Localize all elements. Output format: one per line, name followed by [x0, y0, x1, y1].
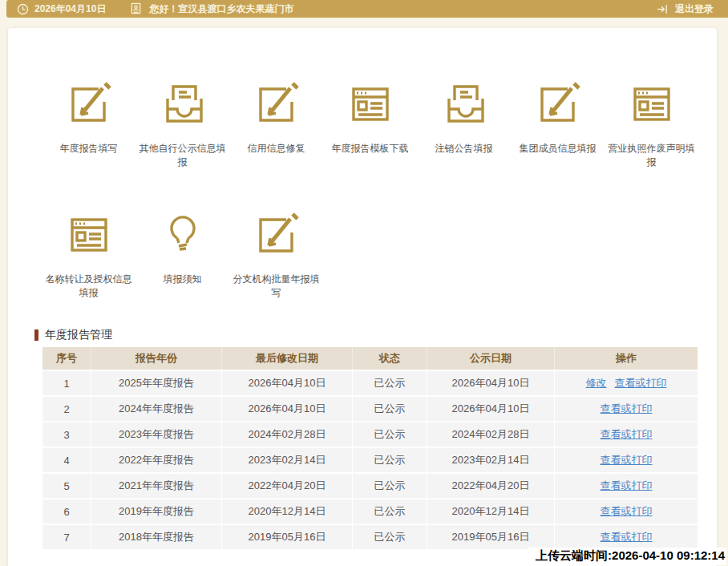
cell-no: 2	[42, 397, 91, 421]
cell-last-modified: 2026年04月10日	[222, 397, 353, 421]
cell-report-year: 2019年年度报告	[91, 499, 222, 524]
cell-last-modified: 2026年04月10日	[222, 371, 353, 395]
cell-status: 已公示	[353, 371, 427, 395]
cell-report-year: 2025年年度报告	[91, 371, 222, 395]
cell-no: 1	[42, 371, 91, 395]
table-row: 4 2022年年度报告 2023年02月14日 已公示 2023年02月14日 …	[42, 448, 698, 472]
inbox-icon	[439, 79, 490, 130]
table-row: 7 2018年年度报告 2019年05月16日 已公示 2019年05月16日 …	[42, 525, 698, 549]
menu-item-label: 年度报告填写	[60, 142, 118, 156]
table-row: 1 2025年年度报告 2026年04月10日 已公示 2026年04月10日 …	[42, 371, 698, 395]
cell-report-year: 2023年年度报告	[91, 422, 222, 447]
menu-item-annual-report-template-download[interactable]: 年度报告模板下载	[323, 79, 417, 169]
modify-link[interactable]: 修改	[586, 377, 607, 389]
cell-publish-date: 2019年05月16日	[427, 525, 555, 549]
cell-publish-date: 2022年04月20日	[427, 474, 555, 498]
menu-item-label: 填报须知	[164, 273, 202, 286]
col-header-report-year: 报告年份	[91, 347, 222, 370]
user-badge-icon	[130, 2, 142, 15]
menu-item-group-member-info-fill[interactable]: 集团成员信息填报	[511, 79, 605, 169]
cell-operation: 查看或打印	[555, 474, 698, 498]
cell-operation: 查看或打印	[555, 525, 698, 549]
table-row: 2 2024年年度报告 2026年04月10日 已公示 2026年04月10日 …	[42, 397, 698, 421]
menu-item-name-transfer-authorization-fill[interactable]: 名称转让及授权信息填报	[42, 209, 135, 300]
menu-item-credit-repair[interactable]: 信用信息修复	[229, 79, 323, 169]
edit-icon	[251, 79, 302, 130]
section-title-bar	[34, 329, 38, 341]
menu-item-label: 其他自行公示信息填报	[137, 142, 229, 169]
bulb-icon	[157, 209, 208, 261]
logout-button[interactable]: 退出登录	[656, 2, 714, 16]
col-header-last-modified: 最后修改日期	[222, 347, 353, 370]
cell-status: 已公示	[353, 499, 427, 524]
current-date: 2026年04月10日	[34, 2, 106, 16]
logout-icon	[656, 3, 669, 15]
menu-item-other-self-publicity-fill[interactable]: 其他自行公示信息填报	[135, 79, 229, 169]
cell-publish-date: 2020年12月14日	[427, 499, 555, 524]
col-header-no: 序号	[42, 347, 91, 370]
cell-last-modified: 2023年02月14日	[222, 448, 353, 472]
view-print-link[interactable]: 查看或打印	[601, 505, 653, 517]
col-header-status: 状态	[353, 347, 427, 370]
cell-no: 3	[42, 422, 91, 447]
upload-time: 上传云端时间:2026-04-10 09:12:14	[528, 548, 726, 565]
table-row: 6 2019年年度报告 2020年12月14日 已公示 2020年12月14日 …	[42, 499, 698, 524]
col-header-operation: 操作	[555, 347, 698, 370]
table-row: 3 2023年年度报告 2024年02月28日 已公示 2024年02月28日 …	[42, 422, 698, 447]
cell-report-year: 2018年年度报告	[91, 525, 222, 549]
cell-status: 已公示	[353, 422, 427, 447]
main-card: 年度报告填写 其他自行公示信息填报 信用信息修复 年度报告模板下载 注销公告填报…	[8, 28, 717, 566]
menu-item-label: 信用信息修复	[248, 142, 305, 156]
menu-item-license-invalidation-declaration[interactable]: 营业执照作废声明填报	[605, 79, 698, 169]
cell-last-modified: 2022年04月20日	[222, 474, 353, 498]
cell-status: 已公示	[353, 448, 427, 472]
menu-item-filling-instructions[interactable]: 填报须知	[135, 209, 229, 300]
col-header-publish-date: 公示日期	[427, 347, 555, 370]
inbox-icon	[157, 79, 208, 130]
cell-status: 已公示	[353, 397, 427, 421]
cell-no: 7	[42, 525, 91, 549]
menu-grid: 年度报告填写 其他自行公示信息填报 信用信息修复 年度报告模板下载 注销公告填报…	[42, 79, 698, 300]
view-print-link[interactable]: 查看或打印	[601, 531, 653, 543]
menu-item-label: 名称转让及授权信息填报	[43, 273, 135, 300]
annual-report-table: 序号 报告年份 最后修改日期 状态 公示日期 操作 1 2025年年度报告 20…	[42, 346, 698, 551]
logout-label: 退出登录	[675, 2, 714, 16]
menu-item-label: 注销公告填报	[435, 142, 493, 156]
webpage-icon	[345, 79, 396, 130]
view-print-link[interactable]: 查看或打印	[601, 428, 653, 440]
menu-item-label: 分支机构批量年报填写	[231, 273, 322, 300]
cell-operation: 查看或打印	[555, 499, 698, 524]
edit-icon	[63, 79, 115, 130]
section-title-text: 年度报告管理	[45, 328, 112, 342]
view-print-link[interactable]: 查看或打印	[601, 454, 653, 466]
edit-icon	[251, 209, 302, 261]
cell-status: 已公示	[353, 525, 427, 549]
menu-item-label: 集团成员信息填报	[520, 142, 597, 156]
cell-last-modified: 2019年05月16日	[222, 525, 353, 549]
cell-no: 4	[42, 448, 91, 472]
menu-item-cancellation-announcement-fill[interactable]: 注销公告填报	[417, 79, 511, 169]
view-print-link[interactable]: 查看或打印	[615, 377, 667, 389]
menu-item-label: 营业执照作废声明填报	[606, 142, 698, 169]
cell-report-year: 2021年年度报告	[91, 474, 222, 498]
edit-icon	[532, 79, 584, 130]
cell-report-year: 2024年年度报告	[91, 397, 222, 421]
cell-operation: 查看或打印	[555, 397, 698, 421]
cell-no: 6	[42, 499, 91, 524]
webpage-icon	[626, 79, 677, 130]
view-print-link[interactable]: 查看或打印	[601, 479, 653, 491]
cell-publish-date: 2023年02月14日	[427, 448, 555, 472]
cell-operation: 查看或打印	[555, 422, 698, 447]
section-title: 年度报告管理	[34, 328, 112, 342]
menu-item-annual-report-fill[interactable]: 年度报告填写	[42, 79, 135, 169]
view-print-link[interactable]: 查看或打印	[601, 402, 653, 414]
cell-status: 已公示	[353, 474, 427, 498]
cell-publish-date: 2024年02月28日	[427, 422, 555, 447]
cell-last-modified: 2020年12月14日	[222, 499, 353, 524]
cell-report-year: 2022年年度报告	[91, 448, 222, 472]
menu-item-label: 年度报告模板下载	[332, 142, 409, 156]
menu-item-branch-batch-annual-report[interactable]: 分支机构批量年报填写	[229, 209, 323, 300]
table-row: 5 2021年年度报告 2022年04月20日 已公示 2022年04月20日 …	[42, 474, 698, 498]
topbar: 2026年04月10日 您好！宣汉县渡口乡农夫果蔬门市 退出登录	[6, 0, 728, 18]
cell-no: 5	[42, 474, 91, 498]
